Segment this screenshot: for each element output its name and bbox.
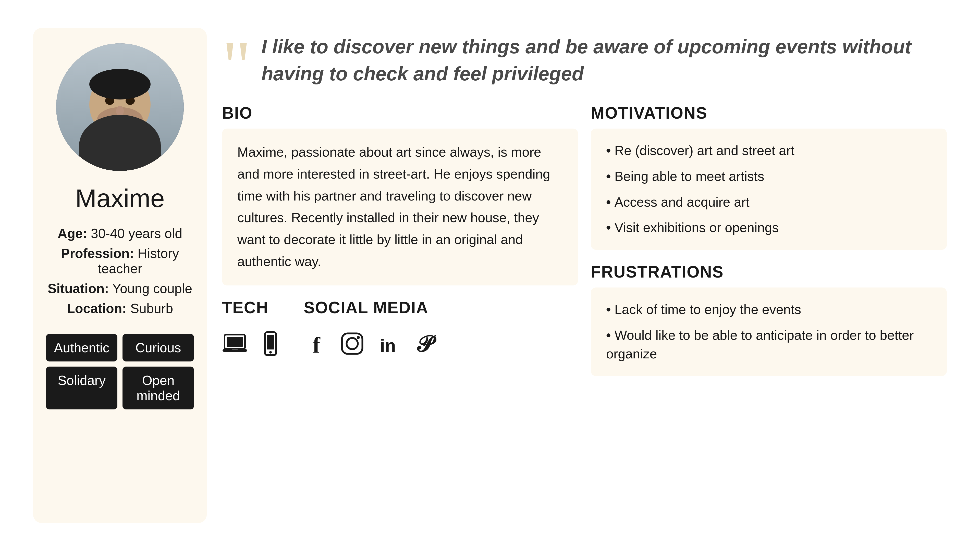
frustrations-list: Lack of time to enjoy the events Would l… [606, 300, 932, 363]
motivation-item-0: Re (discover) art and street art [606, 141, 932, 160]
svg-text:f: f [313, 333, 321, 356]
age-label: Age: [58, 226, 87, 241]
svg-point-23 [357, 336, 360, 339]
svg-rect-16 [232, 349, 238, 350]
svg-point-19 [269, 351, 272, 354]
motivation-item-2: Access and acquire art [606, 193, 932, 211]
motivation-item-3: Visit exhibitions or openings [606, 218, 932, 237]
linkedin-icon: in [375, 331, 401, 356]
frustration-item-0: Lack of time to enjoy the events [606, 300, 932, 319]
motivations-section: MOTIVATIONS Re (discover) art and street… [591, 103, 947, 250]
quote-text: I like to discover new things and be awa… [261, 33, 947, 87]
location-value: Suburb [130, 301, 173, 316]
motivations-title: MOTIVATIONS [591, 103, 947, 122]
pinterest-icon: 𝒫 [411, 331, 436, 356]
right-content: " I like to discover new things and be a… [222, 28, 947, 523]
age-value: 30-40 years old [91, 226, 182, 241]
profession-line: Profession: History teacher [46, 246, 194, 276]
facebook-icon: f [304, 331, 329, 356]
tag-authentic: Authentic [46, 334, 118, 362]
right-column: MOTIVATIONS Re (discover) art and street… [591, 103, 947, 523]
person-name: Maxime [75, 184, 165, 213]
svg-point-22 [347, 338, 358, 349]
svg-marker-11 [110, 138, 130, 153]
motivations-list: Re (discover) art and street art Being a… [606, 141, 932, 237]
situation-value: Young couple [112, 281, 192, 296]
tags-grid: Authentic Curious Solidary Open minded [46, 334, 194, 410]
frustrations-box: Lack of time to enjoy the events Would l… [591, 287, 947, 376]
tag-open-minded: Open minded [123, 367, 194, 410]
tag-solidary: Solidary [46, 367, 118, 410]
quote-section: " I like to discover new things and be a… [222, 28, 947, 91]
instagram-icon [339, 331, 365, 356]
social-icons-row: f in [304, 331, 436, 356]
lower-grid: BIO Maxime, passionate about art since a… [222, 103, 947, 523]
social-section: SOCIAL MEDIA f [304, 298, 436, 356]
person-details: Age: 30-40 years old Profession: History… [46, 226, 194, 316]
location-label: Location: [67, 301, 127, 316]
svg-marker-12 [74, 135, 166, 171]
svg-text:in: in [380, 336, 396, 356]
frustrations-section: FRUSTRATIONS Lack of time to enjoy the e… [591, 262, 947, 376]
tech-icons-row [222, 331, 283, 356]
tech-section: TECH [222, 298, 283, 356]
svg-point-1 [74, 140, 166, 171]
frustration-item-1: Would like to be able to anticipate in o… [606, 326, 932, 363]
bio-section: BIO Maxime, passionate about art since a… [222, 103, 578, 286]
motivation-item-1: Being able to meet artists [606, 167, 932, 186]
tech-social-row: TECH [222, 298, 578, 356]
svg-rect-18 [267, 335, 274, 349]
location-line: Location: Suburb [46, 301, 194, 316]
svg-point-9 [116, 106, 124, 116]
profession-label: Profession: [61, 246, 134, 261]
bio-title: BIO [222, 103, 578, 122]
situation-label: Situation: [48, 281, 109, 296]
situation-line: Situation: Young couple [46, 281, 194, 296]
svg-text:𝒫: 𝒫 [416, 332, 436, 356]
quote-mark: " [222, 41, 251, 91]
tech-title: TECH [222, 298, 283, 317]
social-title: SOCIAL MEDIA [304, 298, 436, 317]
svg-point-10 [89, 69, 151, 100]
sidebar: Maxime Age: 30-40 years old Profession: … [33, 28, 207, 523]
motivations-box: Re (discover) art and street art Being a… [591, 129, 947, 250]
frustrations-title: FRUSTRATIONS [591, 262, 947, 281]
svg-rect-2 [111, 120, 129, 140]
age-line: Age: 30-40 years old [46, 226, 194, 241]
phone-icon [258, 331, 283, 356]
laptop-icon [222, 331, 248, 356]
avatar-image [56, 43, 184, 171]
page-container: Maxime Age: 30-40 years old Profession: … [18, 13, 962, 538]
avatar [56, 43, 184, 171]
bio-text: Maxime, passionate about art since alway… [237, 141, 563, 273]
bio-box: Maxime, passionate about art since alway… [222, 129, 578, 286]
left-column: BIO Maxime, passionate about art since a… [222, 103, 578, 523]
tag-curious: Curious [123, 334, 194, 362]
svg-rect-14 [227, 337, 243, 347]
